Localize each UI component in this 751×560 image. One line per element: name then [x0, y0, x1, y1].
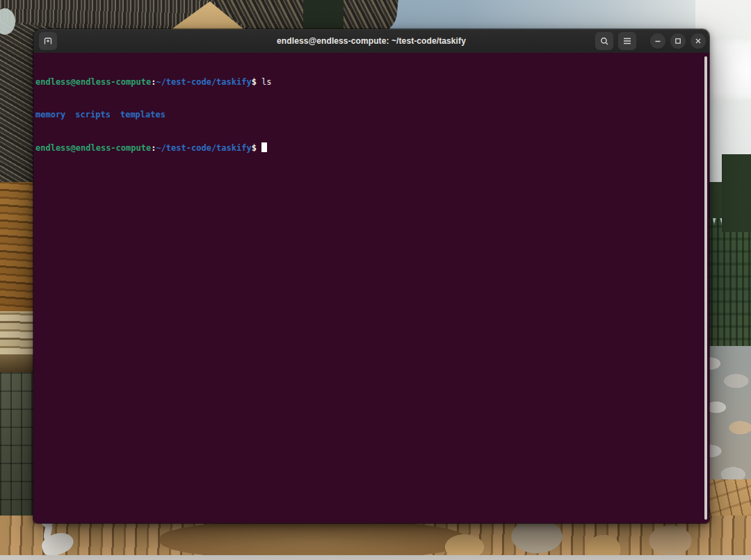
- directory-entry: templates: [120, 110, 165, 120]
- prompt-path: ~/test-code/taskify: [156, 77, 251, 87]
- search-button[interactable]: [595, 32, 613, 50]
- maximize-button[interactable]: [670, 33, 686, 49]
- wallpaper-tree: [303, 0, 344, 33]
- hamburger-menu-icon: [622, 37, 632, 45]
- terminal-line-prompt-command: endless@endless-compute:~/test-code/task…: [35, 77, 700, 88]
- prompt-symbol: $: [252, 77, 257, 87]
- prompt-path: ~/test-code/taskify: [156, 143, 251, 153]
- wallpaper-sand: [160, 520, 466, 560]
- maximize-icon: [675, 38, 681, 44]
- prompt-symbol: $: [252, 143, 257, 153]
- prompt-user-host: endless@endless-compute: [35, 77, 151, 87]
- wallpaper-stones: [431, 517, 709, 560]
- prompt-user-host: endless@endless-compute: [35, 143, 151, 153]
- close-icon: [695, 38, 702, 44]
- terminal-line-prompt: endless@endless-compute:~/test-code/task…: [35, 142, 700, 154]
- typed-command: ls: [261, 77, 271, 87]
- minimize-icon: [654, 38, 661, 44]
- terminal-content-area[interactable]: endless@endless-compute:~/test-code/task…: [33, 53, 709, 523]
- terminal-scrollbar[interactable]: [704, 56, 707, 520]
- titlebar[interactable]: endless@endless-compute: ~/test-code/tas…: [33, 29, 709, 53]
- menu-button[interactable]: [618, 32, 636, 50]
- wallpaper-white-bird-carving: [35, 518, 85, 559]
- terminal-line-ls-output: memoryscriptstemplates: [35, 110, 700, 121]
- minimize-button[interactable]: [650, 33, 665, 49]
- terminal-window: endless@endless-compute: ~/test-code/tas…: [33, 29, 709, 523]
- directory-entry: memory: [35, 110, 65, 120]
- new-tab-icon: [42, 35, 54, 47]
- wallpaper-bottom-light-strip: [0, 555, 751, 560]
- wallpaper-tree: [722, 154, 751, 232]
- terminal-cursor: [261, 142, 267, 152]
- directory-entry: scripts: [75, 110, 111, 120]
- new-tab-button[interactable]: [39, 32, 57, 50]
- close-button[interactable]: [691, 33, 706, 49]
- search-icon: [599, 36, 610, 47]
